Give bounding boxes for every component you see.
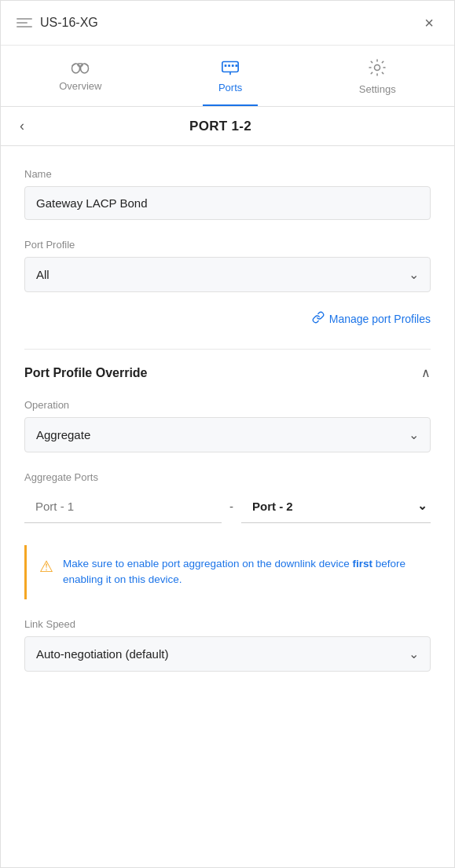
close-button[interactable]: × [420,13,438,32]
operation-chevron-icon: ⌄ [409,427,419,442]
override-section: Port Profile Override ∧ Operation Aggreg… [24,349,431,672]
aggregate-ports-row: - Port - 2 ⌄ [24,489,431,523]
warning-box: ⚠ Make sure to enable port aggregation o… [24,545,431,599]
port-right-chevron-icon: ⌄ [417,499,427,513]
tabs-bar: Overview Ports S [1,46,454,107]
warning-text-part1: Make sure to enable port aggregation on … [63,558,353,570]
port-left-input[interactable] [24,490,222,523]
aggregate-ports-label: Aggregate Ports [24,471,431,483]
ports-icon [221,58,240,79]
tab-overview[interactable]: Overview [43,52,117,106]
name-label: Name [24,168,431,180]
warning-text: Make sure to enable port aggregation on … [63,556,418,588]
tab-overview-label: Overview [59,80,101,92]
aggregate-ports-field-group: Aggregate Ports - Port - 2 ⌄ [24,471,431,523]
panel-header: US-16-XG × [1,1,454,46]
port-separator: - [222,500,241,513]
svg-rect-8 [232,64,234,67]
svg-point-11 [375,65,380,71]
svg-rect-6 [225,64,227,67]
collapse-icon[interactable]: ∧ [421,365,431,380]
operation-select[interactable]: Aggregate ⌄ [24,417,431,452]
overview-icon [71,58,90,77]
name-input[interactable] [24,186,431,220]
operation-label: Operation [24,399,431,411]
link-speed-field-group: Link Speed Auto-negotiation (default) ⌄ [24,618,431,672]
operation-field-group: Operation Aggregate ⌄ [24,399,431,452]
device-icon [17,18,32,27]
link-icon [312,311,325,327]
chevron-down-icon: ⌄ [409,267,419,282]
name-field-group: Name [24,168,431,220]
port-right-value: Port - 2 [252,500,293,513]
svg-rect-7 [228,64,230,67]
link-speed-value: Auto-negotiation (default) [36,647,168,661]
port-profile-value: All [36,268,50,281]
tab-settings[interactable]: Settings [343,52,412,106]
manage-profiles-link[interactable]: Manage port Profiles [329,313,431,325]
port-right-select[interactable]: Port - 2 ⌄ [241,489,431,523]
override-title: Port Profile Override [24,366,148,380]
content-area: Name Port Profile All ⌄ Manage port Prof… [1,146,454,867]
manage-profiles-row: Manage port Profiles [24,311,431,327]
port-profile-label: Port Profile [24,239,431,251]
svg-rect-9 [236,64,238,67]
settings-icon [368,58,387,80]
port-title: PORT 1-2 [35,119,405,134]
back-button[interactable]: ‹ [17,118,28,134]
link-speed-label: Link Speed [24,618,431,630]
panel-title: US-16-XG [40,16,98,30]
operation-value: Aggregate [36,428,90,441]
port-profile-field-group: Port Profile All ⌄ [24,239,431,292]
port-profile-select[interactable]: All ⌄ [24,257,431,292]
warning-text-bold: first [353,558,373,570]
warning-icon: ⚠ [39,557,53,576]
link-speed-select[interactable]: Auto-negotiation (default) ⌄ [24,636,431,672]
sub-header: ‹ PORT 1-2 [1,107,454,146]
override-header: Port Profile Override ∧ [24,365,431,380]
tab-ports[interactable]: Ports [203,52,258,106]
tab-settings-label: Settings [359,83,396,95]
link-speed-chevron-icon: ⌄ [409,646,419,661]
header-title-area: US-16-XG [17,16,98,30]
tab-ports-label: Ports [218,82,242,93]
main-panel: US-16-XG × Overview [0,0,455,868]
